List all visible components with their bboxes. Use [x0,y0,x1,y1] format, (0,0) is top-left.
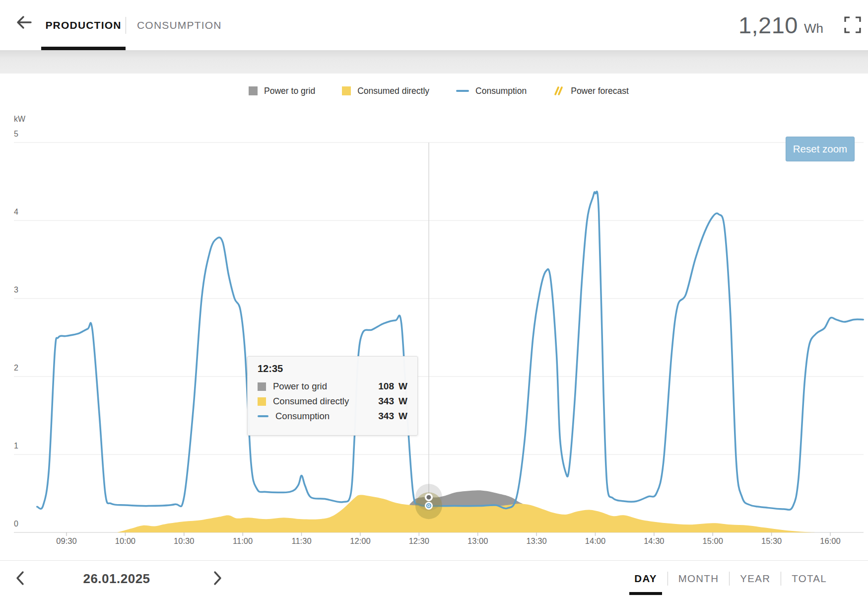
area-series-icon [258,382,266,391]
selected-date: 26.01.2025 [60,561,174,596]
tooltip-series-value: 343 [378,396,394,407]
chart-tooltip: 12:35 Power to grid108WConsumed directly… [247,356,418,436]
tooltip-rows: Power to grid108WConsumed directly343WCo… [258,379,407,424]
previous-day-button[interactable] [10,568,32,590]
next-day-button[interactable] [206,568,228,590]
range-tab-day[interactable]: DAY [624,561,667,596]
line-series-icon [258,415,268,417]
tooltip-series-label: Power to grid [273,381,327,392]
tooltip-series-unit: W [399,381,407,392]
chart-plot-area[interactable] [0,0,868,596]
tooltip-series-unit: W [399,396,407,407]
range-tab-label: YEAR [740,573,770,585]
consumption-line [37,192,864,510]
tooltip-row-consumed-directly: Consumed directly343W [258,394,407,409]
range-tab-label: TOTAL [792,573,827,585]
tooltip-row-consumption: Consumption343W [258,409,407,424]
chevron-right-icon [209,570,224,587]
range-tab-total[interactable]: TOTAL [781,561,837,596]
tooltip-series-label: Consumption [275,411,330,422]
range-tab-label: DAY [634,573,657,585]
energy-monitor-app: PRODUCTIONCONSUMPTION 1,210 Wh Power to … [0,0,868,596]
reset-zoom-button[interactable]: Reset zoom [786,137,855,161]
range-tabs: DAYMONTHYEARTOTAL [624,561,837,596]
range-tab-label: MONTH [678,573,719,585]
range-tab-month[interactable]: MONTH [668,561,730,596]
tooltip-series-label: Consumed directly [273,396,349,407]
tooltip-row-power-to-grid: Power to grid108W [258,379,407,394]
active-range-underline [629,592,662,595]
area-series-icon [258,397,266,406]
chevron-left-icon [13,570,28,587]
range-tab-year[interactable]: YEAR [730,561,781,596]
tooltip-series-value: 108 [378,381,394,392]
tooltip-series-unit: W [399,411,407,422]
footer: 26.01.2025 DAYMONTHYEARTOTAL [0,560,868,596]
tooltip-series-value: 343 [378,411,394,422]
tooltip-time: 12:35 [258,363,407,374]
